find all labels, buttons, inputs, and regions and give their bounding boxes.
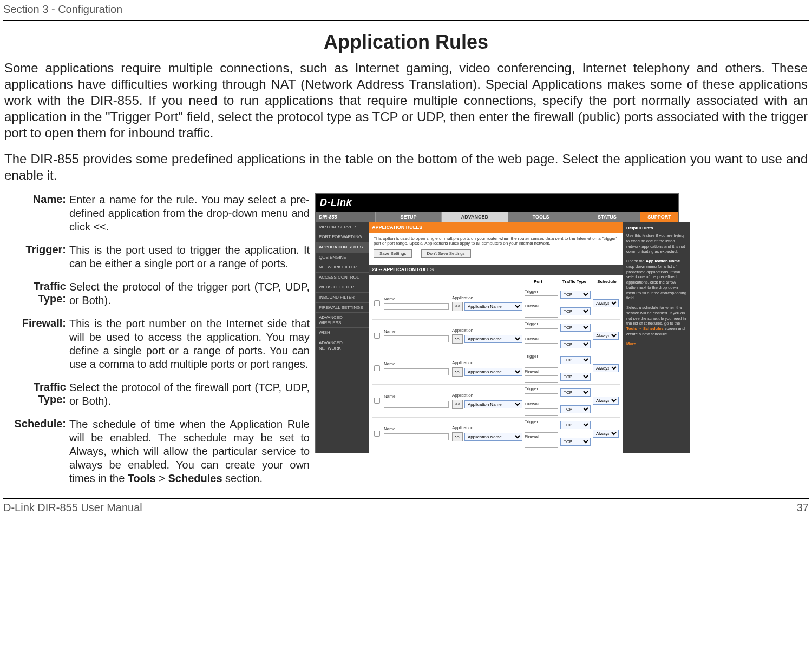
nav-firewall-settings[interactable]: FIREWALL SETTINGS [316,303,369,313]
firewall-label: Firewall [525,434,558,439]
rules-table-header: Port Traffic Type Schedule [372,278,620,287]
application-label: Application [452,393,522,398]
trigger-port-input[interactable] [525,426,558,433]
firewall-port-input[interactable] [525,311,558,318]
name-input[interactable] [384,335,449,342]
nav-application-rules[interactable]: APPLICATION RULES [316,242,369,253]
panel-desc: This option is used to open single or mu… [374,236,617,246]
def-term-name: Name: [3,193,69,234]
def-term-trigger: Trigger: [3,243,69,271]
nav-wish[interactable]: WISH [316,328,369,338]
top-nav: DIR-855 SETUP ADVANCED TOOLS STATUS SUPP… [316,212,678,222]
save-settings-button[interactable]: Save Settings [374,249,412,258]
schedule-select[interactable]: Always [593,364,619,372]
nav-advanced-wireless[interactable]: ADVANCED WIRELESS [316,313,369,328]
trigger-port-input[interactable] [525,393,558,400]
nav-inbound-filter[interactable]: INBOUND FILTER [316,293,369,303]
center-panel: APPLICATION RULES This option is used to… [369,222,623,453]
schedule-select[interactable]: Always [593,332,619,340]
firewall-port-input[interactable] [525,343,558,350]
def-desc-traffic-type-1: Select the protocol of the trigger port … [69,280,310,307]
nav-advanced-network[interactable]: ADVANCED NETWORK [316,338,369,353]
trigger-traffic-type-select[interactable]: TCP [560,421,591,429]
col-traffic-type: Traffic Type [559,279,590,285]
firewall-port-input[interactable] [525,441,558,448]
nav-port-forwarding[interactable]: PORT FORWARDING [316,232,369,242]
name-input[interactable] [384,368,449,375]
application-select[interactable]: Application Name [464,368,522,376]
panel-title: APPLICATION RULES [369,222,623,233]
page-title: Application Rules [3,31,809,54]
trigger-port-input[interactable] [525,361,558,368]
tab-setup[interactable]: SETUP [375,212,441,222]
rules-section-title: 24 -- APPLICATION RULES [369,265,623,275]
hints-p3: Select a schedule for when the service w… [626,305,687,337]
apply-app-button[interactable]: << [452,432,463,441]
rule-enable-checkbox[interactable] [374,333,380,339]
trigger-traffic-type-select[interactable]: TCP [560,291,591,299]
apply-app-button[interactable]: << [452,302,463,311]
left-nav: VIRTUAL SERVER PORT FORWARDING APPLICATI… [316,222,369,453]
rule-row: Name Application << Application Name Tri… [372,319,620,352]
rule-enable-checkbox[interactable] [374,365,380,371]
rule-enable-checkbox[interactable] [374,398,380,404]
section-header: Section 3 - Configuration [3,2,809,18]
trigger-traffic-type-select[interactable]: TCP [560,324,591,332]
model-label: DIR-855 [316,212,375,222]
firewall-label: Firewall [525,304,558,309]
schedule-select[interactable]: Always [593,397,619,405]
name-input[interactable] [384,433,449,440]
apply-app-button[interactable]: << [452,367,463,377]
col-schedule: Schedule [594,279,620,285]
trigger-traffic-type-select[interactable]: TCP [560,388,591,397]
apply-app-button[interactable]: << [452,334,463,344]
name-input[interactable] [384,303,449,310]
trigger-port-input[interactable] [525,295,558,302]
application-select[interactable]: Application Name [464,400,522,408]
trigger-label: Trigger [525,321,558,327]
def-desc-schedule: The schedule of time when the Applicatio… [69,418,310,485]
nav-access-control[interactable]: ACCESS CONTROL [316,273,369,283]
def-term-traffic-type-1: Traffic Type: [3,280,69,307]
trigger-label: Trigger [525,289,558,294]
name-input[interactable] [384,401,449,408]
schedule-select[interactable]: Always [593,430,619,438]
tab-support[interactable]: SUPPORT [640,212,678,222]
hints-title: Helpful Hints... [626,226,687,231]
nav-qos-engine[interactable]: QOS ENGINE [316,253,369,263]
schedule-select[interactable]: Always [593,299,619,307]
nav-virtual-server[interactable]: VIRTUAL SERVER [316,222,369,233]
application-select[interactable]: Application Name [464,433,522,441]
panel-body: This option is used to open single or mu… [369,233,623,262]
firewall-port-input[interactable] [525,375,558,383]
trigger-traffic-type-select[interactable]: TCP [560,356,591,364]
application-select[interactable]: Application Name [464,302,522,311]
nav-website-filter[interactable]: WEBSITE FILTER [316,282,369,293]
tab-status[interactable]: STATUS [574,212,640,222]
dont-save-settings-button[interactable]: Don't Save Settings [421,249,471,258]
name-label: Name [384,394,449,399]
helpful-hints: Helpful Hints... Use this feature if you… [623,222,690,453]
firewall-traffic-type-select[interactable]: TCP [560,405,591,413]
rule-row: Name Application << Application Name Tri… [372,384,620,417]
rule-enable-checkbox[interactable] [374,431,380,437]
trigger-label: Trigger [525,386,558,392]
trigger-port-input[interactable] [525,328,558,335]
nav-network-filter[interactable]: NETWORK FILTER [316,262,369,273]
rule-enable-checkbox[interactable] [374,300,380,306]
firewall-traffic-type-select[interactable]: TCP [560,307,591,315]
apply-app-button[interactable]: << [452,400,463,409]
firewall-traffic-type-select[interactable]: TCP [560,373,591,381]
rule-row: Name Application << Application Name Tri… [372,287,620,319]
tab-tools[interactable]: TOOLS [508,212,574,222]
tab-advanced[interactable]: ADVANCED [441,212,507,222]
firewall-traffic-type-select[interactable]: TCP [560,438,591,446]
def-desc-firewall: This is the port number on the Internet … [69,317,310,371]
firewall-label: Firewall [525,337,558,342]
firewall-port-input[interactable] [525,408,558,416]
application-label: Application [452,425,522,431]
def-desc-traffic-type-2: Select the protocol of the firewall port… [69,381,310,408]
hints-more-link[interactable]: More... [626,341,639,346]
firewall-traffic-type-select[interactable]: TCP [560,340,591,348]
application-select[interactable]: Application Name [464,335,522,343]
